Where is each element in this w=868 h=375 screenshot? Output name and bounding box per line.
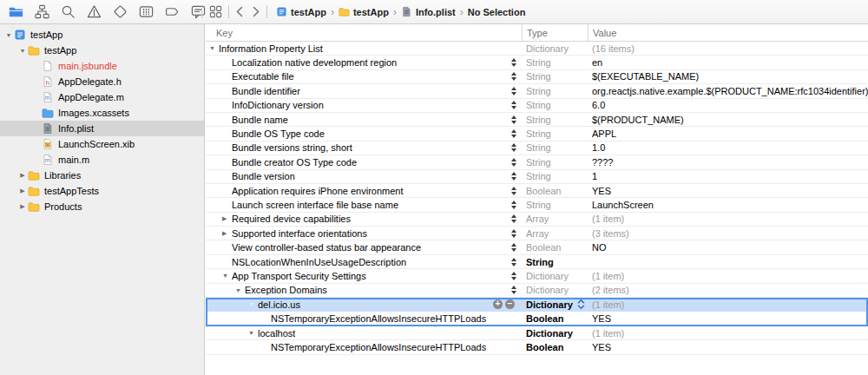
plist-row-exception-domains[interactable]: ▼Exception DomainsDictionary(2 items) xyxy=(206,284,868,298)
type-cell[interactable]: String xyxy=(522,257,588,267)
value-cell[interactable]: YES xyxy=(588,186,868,196)
forward-button[interactable] xyxy=(251,6,260,17)
plist-row-bundle-version[interactable]: Bundle versionString1 xyxy=(206,170,868,184)
sidebar-item-launchscreen-xib[interactable]: LaunchScreen.xib xyxy=(0,136,204,152)
sidebar-item-libraries[interactable]: ▶Libraries xyxy=(0,168,204,183)
value-cell[interactable]: org.reactjs.native.example.$(PRODUCT_NAM… xyxy=(588,86,868,96)
breadcrumb-item-info-plist[interactable]: Info.plist xyxy=(401,6,456,17)
type-cell[interactable]: Array xyxy=(522,214,588,224)
value-cell[interactable]: 1 xyxy=(588,171,868,181)
value-cell[interactable]: $(PRODUCT_NAME) xyxy=(588,115,868,125)
plist-row-required-device-capabilities[interactable]: ▶Required device capabilitiesArray(1 ite… xyxy=(206,213,868,227)
value-cell[interactable]: en xyxy=(588,57,868,68)
disclosure-triangle-icon[interactable]: ▶ xyxy=(17,172,28,179)
disclosure-triangle-icon[interactable]: ▶ xyxy=(17,203,28,210)
value-cell[interactable]: (3 items) xyxy=(588,228,868,239)
value-stepper[interactable] xyxy=(511,129,516,138)
plist-row-bundle-identifier[interactable]: Bundle identifierStringorg.reactjs.nativ… xyxy=(206,84,868,98)
plist-row-bundle-os-type-code[interactable]: Bundle OS Type codeStringAPPL xyxy=(206,127,868,141)
type-cell[interactable]: String xyxy=(522,71,588,82)
disclosure-triangle-icon[interactable]: ▼ xyxy=(208,45,219,51)
plist-row-nstemporaryexceptionallowsinsecurehttplo[interactable]: NSTemporaryExceptionAllowsInsecureHTTPLo… xyxy=(206,312,868,326)
value-stepper[interactable] xyxy=(511,243,516,252)
value-cell[interactable]: $(EXECUTABLE_NAME) xyxy=(588,71,868,82)
value-cell[interactable]: YES xyxy=(588,313,868,324)
value-stepper[interactable] xyxy=(511,201,516,209)
value-stepper[interactable] xyxy=(511,87,516,95)
value-stepper[interactable] xyxy=(511,229,516,238)
value-cell[interactable]: (16 items) xyxy=(588,43,868,54)
type-cell[interactable]: Dictionary xyxy=(522,299,588,310)
sidebar-item-testapptests[interactable]: ▶testAppTests xyxy=(0,183,204,199)
value-stepper[interactable] xyxy=(511,187,516,195)
value-cell[interactable]: (1 item) xyxy=(588,299,868,310)
value-cell[interactable]: ???? xyxy=(588,157,868,168)
value-stepper[interactable] xyxy=(511,214,516,223)
type-popup-chevron-icon[interactable] xyxy=(577,299,585,310)
add-row-button[interactable]: + xyxy=(493,299,503,309)
value-stepper[interactable] xyxy=(511,172,516,181)
disclosure-triangle-icon[interactable]: ▼ xyxy=(234,287,245,293)
sidebar-item-appdelegate-m[interactable]: mAppDelegate.m xyxy=(0,89,204,105)
value-cell[interactable]: 1.0 xyxy=(588,142,868,153)
related-items-icon[interactable] xyxy=(209,5,222,18)
plist-row-launch-screen-interface-file-base-name[interactable]: Launch screen interface file base nameSt… xyxy=(206,198,868,212)
value-cell[interactable]: 6.0 xyxy=(588,100,868,110)
disclosure-triangle-icon[interactable]: ▶ xyxy=(221,230,232,237)
plist-row-bundle-creator-os-type-code[interactable]: Bundle creator OS Type codeString???? xyxy=(206,155,868,169)
plist-row-view-controller-based-status-bar-appeara[interactable]: View controller-based status bar appeara… xyxy=(206,240,868,254)
value-cell[interactable]: APPL xyxy=(588,128,868,139)
type-cell[interactable]: Boolean xyxy=(522,242,588,253)
breakpoint-navigator-icon[interactable] xyxy=(165,4,180,20)
sidebar-item-products[interactable]: ▶Products xyxy=(0,199,204,214)
project-navigator-icon[interactable] xyxy=(9,4,23,20)
type-cell[interactable]: Dictionary xyxy=(522,43,588,54)
breadcrumb-item-no-selection[interactable]: No Selection xyxy=(468,7,526,17)
value-stepper[interactable] xyxy=(511,258,516,266)
sidebar-item-images-xcassets[interactable]: Images.xcassets xyxy=(0,105,204,121)
value-stepper[interactable] xyxy=(511,158,516,167)
disclosure-triangle-icon[interactable]: ▼ xyxy=(3,32,14,38)
disclosure-triangle-icon[interactable]: ▼ xyxy=(221,273,232,279)
issue-navigator-icon[interactable] xyxy=(87,4,102,20)
value-cell[interactable]: (2 items) xyxy=(588,285,868,295)
plist-row-executable-file[interactable]: Executable fileString$(EXECUTABLE_NAME) xyxy=(206,70,868,84)
type-cell[interactable]: Dictionary xyxy=(522,285,588,295)
value-stepper[interactable] xyxy=(511,58,516,67)
value-cell[interactable]: YES xyxy=(588,342,868,352)
plist-row-nstemporaryexceptionallowsinsecurehttplo[interactable]: NSTemporaryExceptionAllowsInsecureHTTPLo… xyxy=(206,340,868,354)
back-button[interactable] xyxy=(235,6,245,17)
type-cell[interactable]: Boolean xyxy=(522,313,588,324)
plist-row-infodictionary-version[interactable]: InfoDictionary versionString6.0 xyxy=(206,99,868,113)
type-cell[interactable]: String xyxy=(522,157,588,168)
plist-row-app-transport-security-settings[interactable]: ▼App Transport Security SettingsDictiona… xyxy=(206,269,868,283)
value-cell[interactable]: (1 item) xyxy=(588,328,868,339)
type-cell[interactable]: String xyxy=(522,100,588,110)
sidebar-item-appdelegate-h[interactable]: hAppDelegate.h xyxy=(0,74,204,89)
sidebar-item-testapp[interactable]: ▼testApp xyxy=(0,43,204,58)
plist-row-information-property-list[interactable]: ▼Information Property ListDictionary(16 … xyxy=(206,42,868,56)
disclosure-triangle-icon[interactable]: ▼ xyxy=(247,330,258,336)
disclosure-triangle-icon[interactable]: ▼ xyxy=(247,301,258,307)
plist-row-nslocationwheninuseusagedescription[interactable]: NSLocationWhenInUseUsageDescriptionStrin… xyxy=(206,255,868,269)
value-cell[interactable]: NO xyxy=(588,242,868,253)
type-cell[interactable]: String xyxy=(522,115,588,125)
disclosure-triangle-icon[interactable]: ▶ xyxy=(221,215,232,222)
remove-row-button[interactable]: − xyxy=(505,299,515,309)
value-cell[interactable]: (1 item) xyxy=(588,214,868,224)
value-cell[interactable]: LaunchScreen xyxy=(588,200,868,210)
disclosure-triangle-icon[interactable]: ▶ xyxy=(17,188,28,194)
type-cell[interactable]: String xyxy=(522,142,588,153)
type-cell[interactable]: Boolean xyxy=(522,342,588,352)
value-stepper[interactable] xyxy=(511,115,516,124)
type-cell[interactable]: Array xyxy=(522,228,588,239)
plist-row-localization-native-development-region[interactable]: Localization native development regionSt… xyxy=(206,56,868,69)
type-cell[interactable]: Boolean xyxy=(522,186,588,196)
plist-row-del-icio-us[interactable]: ▼del.icio.us+−Dictionary(1 item) xyxy=(206,298,868,312)
value-cell[interactable]: (1 item) xyxy=(588,271,868,281)
type-cell[interactable]: String xyxy=(522,171,588,181)
sidebar-item-info-plist[interactable]: Info.plist xyxy=(0,121,204,136)
type-cell[interactable]: String xyxy=(522,200,588,210)
debug-navigator-icon[interactable] xyxy=(139,4,154,20)
type-cell[interactable]: String xyxy=(522,86,588,96)
